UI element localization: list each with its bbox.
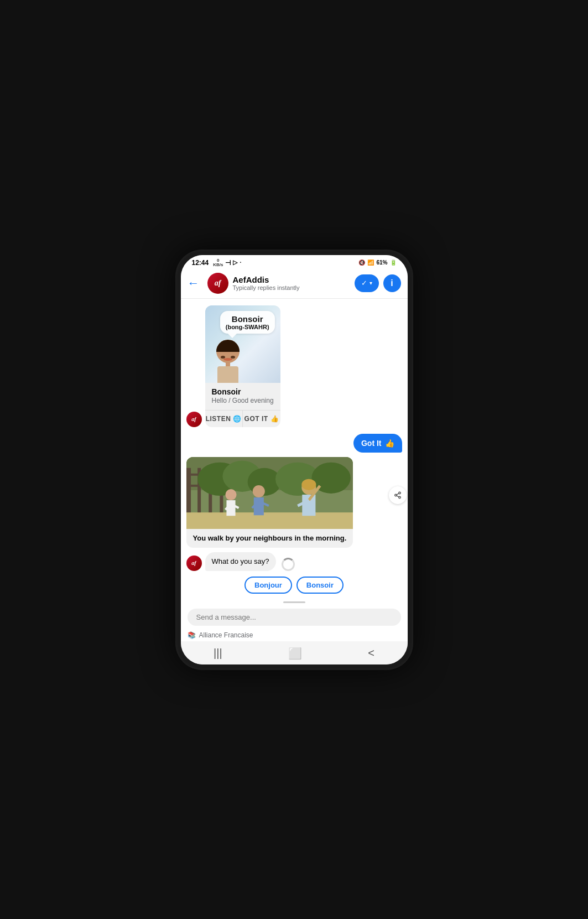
menu-button[interactable]: ||| — [214, 647, 222, 660]
svg-rect-23 — [302, 495, 315, 516]
bot-name: AefAddis — [233, 275, 350, 284]
quick-reply-bonjour[interactable]: Bonjour — [244, 577, 292, 594]
user-bubble: Got It 👍 — [353, 434, 402, 453]
signal-bars-icon: ⊣ — [225, 259, 231, 267]
share-button[interactable] — [389, 486, 407, 504]
vocab-definition: Hello / Good evening — [212, 397, 274, 404]
chat-area[interactable]: af — [181, 299, 408, 599]
got-it-label: GOT IT — [244, 415, 268, 423]
vocab-word: Bonsoir — [212, 387, 274, 396]
battery-text: 61% — [376, 259, 387, 266]
globe-icon: 🌐 — [233, 415, 242, 423]
chevron-down-icon: ▾ — [370, 280, 372, 286]
input-area — [181, 606, 408, 629]
checkmark-button[interactable]: ✓ ▾ — [355, 274, 379, 292]
phone-screen: 12:44 0 KB/s ⊣ ▷ · 🔇 📶 61% 🔋 ← af — [181, 255, 408, 664]
svg-rect-13 — [186, 512, 353, 529]
bot-avatar-2: af — [186, 555, 202, 571]
svg-line-31 — [397, 493, 399, 494]
message-input[interactable] — [188, 609, 401, 626]
books-icon: 📚 — [188, 631, 196, 639]
wifi-icon: 📶 — [367, 259, 374, 266]
what-say-bubble: What do you say? — [205, 552, 276, 571]
svg-line-30 — [397, 495, 399, 496]
scene-card-wrapper: You walk by your neighbours in the morni… — [181, 456, 408, 549]
check-icon: ✓ — [361, 279, 367, 287]
got-it-button[interactable]: GOT IT 👍 — [243, 411, 280, 427]
scene-image — [186, 457, 353, 529]
footer-text: Alliance Francaise — [199, 631, 253, 639]
phone-frame: 12:44 0 KB/s ⊣ ▷ · 🔇 📶 61% 🔋 ← af — [175, 250, 413, 670]
mute-icon: 🔇 — [358, 259, 365, 266]
svg-point-14 — [225, 489, 236, 500]
listen-label: LISTEN — [206, 415, 231, 423]
status-icons: 🔇 📶 61% 🔋 — [358, 259, 396, 266]
user-text: Got It — [361, 439, 382, 448]
input-divider — [283, 601, 305, 603]
kb-indicator: 0 KB/s — [213, 258, 223, 267]
back-nav-button[interactable]: < — [368, 647, 374, 660]
card-buttons: LISTEN 🌐 GOT IT 👍 — [205, 410, 280, 427]
info-button[interactable]: i — [383, 274, 401, 292]
battery-icon: 🔋 — [390, 259, 397, 266]
status-bar: 12:44 0 KB/s ⊣ ▷ · 🔇 📶 61% 🔋 — [181, 255, 408, 269]
bot-avatar-1: af — [186, 412, 202, 427]
quick-replies: Bonjour Bonsoir — [181, 574, 408, 596]
card-image: Bonsoir (bong-SWAHR) — [205, 305, 280, 383]
quick-reply-bonsoir[interactable]: Bonsoir — [296, 577, 344, 594]
bot-subtitle: Typically replies instantly — [233, 284, 350, 291]
back-button[interactable]: ← — [188, 275, 203, 292]
chat-header: ← af AefAddis Typically replies instantl… — [181, 269, 408, 299]
info-icon: i — [391, 278, 393, 288]
svg-point-26 — [301, 479, 316, 490]
listen-button[interactable]: LISTEN 🌐 — [205, 411, 243, 427]
user-thumbsup-icon: 👍 — [385, 439, 394, 448]
nav-bar: ||| ⬜ < — [181, 641, 408, 664]
af-footer: 📚 Alliance Francaise — [181, 629, 408, 641]
status-time: 12:44 — [192, 259, 209, 267]
user-message-got-it: Got It 👍 — [181, 433, 408, 454]
scene-card: You walk by your neighbours in the morni… — [186, 457, 353, 548]
speech-bubble: Bonsoir (bong-SWAHR) — [220, 311, 275, 334]
header-actions: ✓ ▾ i — [355, 274, 401, 292]
header-info: AefAddis Typically replies instantly — [233, 275, 350, 291]
what-say-message: af What do you say? — [181, 551, 408, 572]
card-text: Bonsoir Hello / Good evening — [205, 383, 280, 408]
location-icon: ▷ — [233, 259, 237, 266]
svg-point-18 — [252, 485, 264, 497]
bot-avatar-header: af — [207, 273, 228, 294]
thumbsup-icon: 👍 — [270, 415, 279, 423]
scene-caption: You walk by your neighbours in the morni… — [186, 529, 353, 548]
home-button[interactable]: ⬜ — [288, 647, 302, 660]
dot-icon: · — [240, 259, 241, 266]
vocab-card: Bonsoir (bong-SWAHR) Bonsoir Hello / Goo… — [205, 305, 280, 427]
loading-spinner — [282, 558, 295, 571]
